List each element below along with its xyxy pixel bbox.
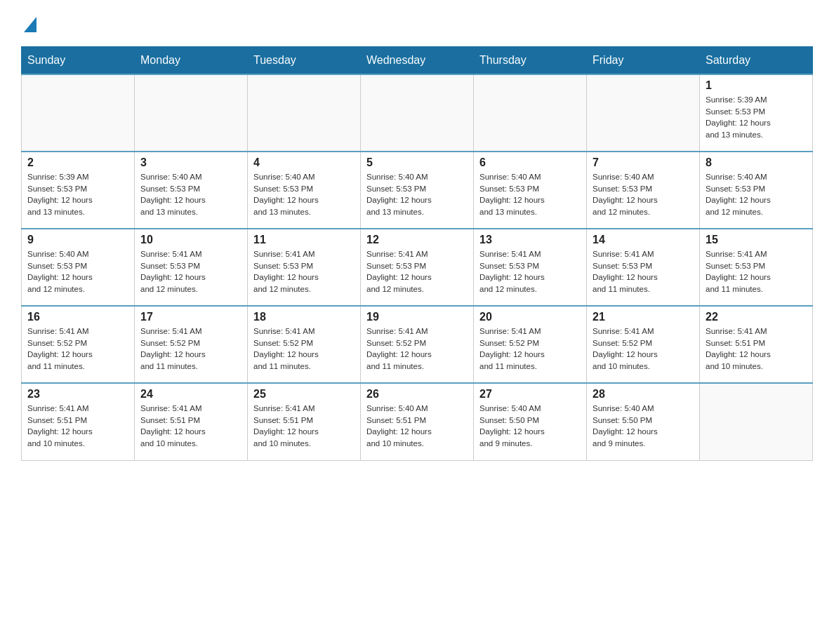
day-number: 16 xyxy=(27,311,128,323)
day-header-tuesday: Tuesday xyxy=(248,47,361,75)
day-number: 1 xyxy=(706,79,807,92)
calendar-cell: 3Sunrise: 5:40 AMSunset: 5:53 PMDaylight… xyxy=(135,152,248,229)
day-info: Sunrise: 5:41 AMSunset: 5:51 PMDaylight:… xyxy=(140,403,241,450)
calendar-cell xyxy=(135,74,248,152)
day-number: 17 xyxy=(140,311,241,323)
day-header-saturday: Saturday xyxy=(700,47,813,75)
calendar-cell: 26Sunrise: 5:40 AMSunset: 5:51 PMDayligh… xyxy=(361,383,474,460)
logo xyxy=(21,14,37,32)
day-number: 8 xyxy=(706,156,807,169)
day-info: Sunrise: 5:41 AMSunset: 5:52 PMDaylight:… xyxy=(140,326,241,373)
day-info: Sunrise: 5:40 AMSunset: 5:53 PMDaylight:… xyxy=(479,171,581,218)
calendar-cell xyxy=(474,74,587,152)
calendar-cell: 23Sunrise: 5:41 AMSunset: 5:51 PMDayligh… xyxy=(22,383,135,460)
day-number: 11 xyxy=(253,234,355,246)
calendar-cell xyxy=(22,74,135,152)
day-info: Sunrise: 5:40 AMSunset: 5:53 PMDaylight:… xyxy=(706,171,807,218)
day-info: Sunrise: 5:41 AMSunset: 5:53 PMDaylight:… xyxy=(593,248,694,295)
day-header-friday: Friday xyxy=(587,47,700,75)
day-info: Sunrise: 5:39 AMSunset: 5:53 PMDaylight:… xyxy=(706,94,807,141)
logo-triangle-icon xyxy=(24,17,37,32)
page-header xyxy=(21,14,813,32)
day-number: 23 xyxy=(27,388,128,401)
day-info: Sunrise: 5:39 AMSunset: 5:53 PMDaylight:… xyxy=(27,171,128,218)
calendar-week-2: 9Sunrise: 5:40 AMSunset: 5:53 PMDaylight… xyxy=(22,229,813,306)
calendar-cell: 21Sunrise: 5:41 AMSunset: 5:52 PMDayligh… xyxy=(587,306,700,383)
calendar-cell: 2Sunrise: 5:39 AMSunset: 5:53 PMDaylight… xyxy=(22,152,135,229)
day-info: Sunrise: 5:41 AMSunset: 5:53 PMDaylight:… xyxy=(140,248,241,295)
calendar-cell: 8Sunrise: 5:40 AMSunset: 5:53 PMDaylight… xyxy=(700,152,813,229)
calendar-cell xyxy=(248,74,361,152)
day-number: 3 xyxy=(140,156,241,169)
calendar-header-row: SundayMondayTuesdayWednesdayThursdayFrid… xyxy=(22,47,813,75)
day-info: Sunrise: 5:41 AMSunset: 5:53 PMDaylight:… xyxy=(706,248,807,295)
day-number: 13 xyxy=(479,234,581,246)
day-number: 27 xyxy=(479,388,581,401)
day-info: Sunrise: 5:40 AMSunset: 5:53 PMDaylight:… xyxy=(140,171,241,218)
day-number: 10 xyxy=(140,234,241,246)
day-info: Sunrise: 5:41 AMSunset: 5:52 PMDaylight:… xyxy=(479,326,581,373)
day-number: 19 xyxy=(366,311,468,323)
calendar-cell: 4Sunrise: 5:40 AMSunset: 5:53 PMDaylight… xyxy=(248,152,361,229)
day-info: Sunrise: 5:41 AMSunset: 5:51 PMDaylight:… xyxy=(253,403,355,450)
day-info: Sunrise: 5:40 AMSunset: 5:53 PMDaylight:… xyxy=(593,171,694,218)
day-header-monday: Monday xyxy=(135,47,248,75)
day-info: Sunrise: 5:41 AMSunset: 5:52 PMDaylight:… xyxy=(593,326,694,373)
calendar-cell: 24Sunrise: 5:41 AMSunset: 5:51 PMDayligh… xyxy=(135,383,248,460)
day-number: 12 xyxy=(366,234,468,246)
day-info: Sunrise: 5:40 AMSunset: 5:53 PMDaylight:… xyxy=(253,171,355,218)
calendar-week-1: 2Sunrise: 5:39 AMSunset: 5:53 PMDaylight… xyxy=(22,152,813,229)
calendar-week-0: 1Sunrise: 5:39 AMSunset: 5:53 PMDaylight… xyxy=(22,74,813,152)
calendar-week-3: 16Sunrise: 5:41 AMSunset: 5:52 PMDayligh… xyxy=(22,306,813,383)
calendar-cell: 28Sunrise: 5:40 AMSunset: 5:50 PMDayligh… xyxy=(587,383,700,460)
day-info: Sunrise: 5:41 AMSunset: 5:51 PMDaylight:… xyxy=(706,326,807,373)
calendar-cell: 5Sunrise: 5:40 AMSunset: 5:53 PMDaylight… xyxy=(361,152,474,229)
calendar-cell: 18Sunrise: 5:41 AMSunset: 5:52 PMDayligh… xyxy=(248,306,361,383)
calendar-cell xyxy=(361,74,474,152)
day-info: Sunrise: 5:40 AMSunset: 5:50 PMDaylight:… xyxy=(479,403,581,450)
calendar-cell xyxy=(700,383,813,460)
day-number: 20 xyxy=(479,311,581,323)
calendar-cell: 6Sunrise: 5:40 AMSunset: 5:53 PMDaylight… xyxy=(474,152,587,229)
calendar-cell xyxy=(587,74,700,152)
calendar-cell: 16Sunrise: 5:41 AMSunset: 5:52 PMDayligh… xyxy=(22,306,135,383)
calendar-cell: 7Sunrise: 5:40 AMSunset: 5:53 PMDaylight… xyxy=(587,152,700,229)
calendar-cell: 20Sunrise: 5:41 AMSunset: 5:52 PMDayligh… xyxy=(474,306,587,383)
calendar-cell: 12Sunrise: 5:41 AMSunset: 5:53 PMDayligh… xyxy=(361,229,474,306)
day-info: Sunrise: 5:40 AMSunset: 5:50 PMDaylight:… xyxy=(593,403,694,450)
calendar-cell: 19Sunrise: 5:41 AMSunset: 5:52 PMDayligh… xyxy=(361,306,474,383)
day-number: 15 xyxy=(706,234,807,246)
day-info: Sunrise: 5:41 AMSunset: 5:52 PMDaylight:… xyxy=(253,326,355,373)
day-info: Sunrise: 5:41 AMSunset: 5:53 PMDaylight:… xyxy=(366,248,468,295)
day-info: Sunrise: 5:40 AMSunset: 5:53 PMDaylight:… xyxy=(366,171,468,218)
calendar-cell: 1Sunrise: 5:39 AMSunset: 5:53 PMDaylight… xyxy=(700,74,813,152)
day-info: Sunrise: 5:41 AMSunset: 5:52 PMDaylight:… xyxy=(366,326,468,373)
calendar-cell: 13Sunrise: 5:41 AMSunset: 5:53 PMDayligh… xyxy=(474,229,587,306)
day-number: 28 xyxy=(593,388,694,401)
day-info: Sunrise: 5:40 AMSunset: 5:51 PMDaylight:… xyxy=(366,403,468,450)
day-number: 21 xyxy=(593,311,694,323)
day-number: 7 xyxy=(593,156,694,169)
day-number: 25 xyxy=(253,388,355,401)
day-number: 22 xyxy=(706,311,807,323)
calendar-cell: 9Sunrise: 5:40 AMSunset: 5:53 PMDaylight… xyxy=(22,229,135,306)
day-header-sunday: Sunday xyxy=(22,47,135,75)
day-number: 4 xyxy=(253,156,355,169)
day-number: 14 xyxy=(593,234,694,246)
calendar-cell: 11Sunrise: 5:41 AMSunset: 5:53 PMDayligh… xyxy=(248,229,361,306)
calendar-cell: 14Sunrise: 5:41 AMSunset: 5:53 PMDayligh… xyxy=(587,229,700,306)
calendar-cell: 22Sunrise: 5:41 AMSunset: 5:51 PMDayligh… xyxy=(700,306,813,383)
day-header-thursday: Thursday xyxy=(474,47,587,75)
day-number: 2 xyxy=(27,156,128,169)
day-number: 6 xyxy=(479,156,581,169)
day-number: 26 xyxy=(366,388,468,401)
calendar-cell: 25Sunrise: 5:41 AMSunset: 5:51 PMDayligh… xyxy=(248,383,361,460)
day-info: Sunrise: 5:41 AMSunset: 5:53 PMDaylight:… xyxy=(479,248,581,295)
calendar-cell: 27Sunrise: 5:40 AMSunset: 5:50 PMDayligh… xyxy=(474,383,587,460)
day-info: Sunrise: 5:41 AMSunset: 5:51 PMDaylight:… xyxy=(27,403,128,450)
calendar-week-4: 23Sunrise: 5:41 AMSunset: 5:51 PMDayligh… xyxy=(22,383,813,460)
calendar-table: SundayMondayTuesdayWednesdayThursdayFrid… xyxy=(21,46,813,461)
day-info: Sunrise: 5:41 AMSunset: 5:53 PMDaylight:… xyxy=(253,248,355,295)
day-header-wednesday: Wednesday xyxy=(361,47,474,75)
day-info: Sunrise: 5:41 AMSunset: 5:52 PMDaylight:… xyxy=(27,326,128,373)
